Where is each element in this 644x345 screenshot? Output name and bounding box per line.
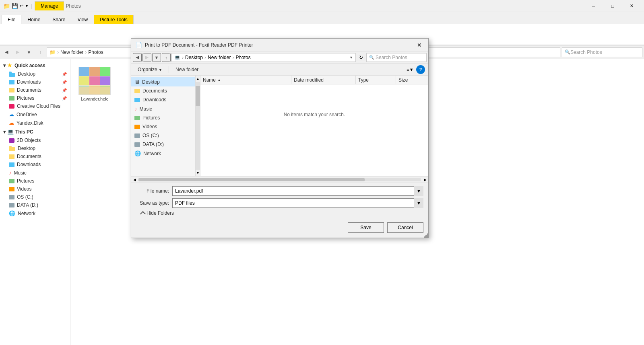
dialog-sidebar-videos-label: Videos bbox=[142, 124, 157, 129]
dialog-os-c-icon bbox=[134, 133, 140, 138]
dialog-sidebar-pictures-label: Pictures bbox=[142, 115, 160, 121]
print-to-pdf-dialog: 📄 Print to PDF Document - Foxit Reader P… bbox=[131, 38, 429, 238]
dialog-network-icon: 🌐 bbox=[134, 150, 141, 156]
cancel-button[interactable]: Cancel bbox=[387, 222, 423, 233]
col-header-date[interactable]: Date modified bbox=[291, 76, 356, 84]
save-type-input-container: PDF files ▼ bbox=[172, 198, 423, 208]
dialog-videos-icon bbox=[134, 125, 140, 129]
dialog-search-placeholder: Search Photos bbox=[376, 55, 407, 60]
dialog-footer-buttons: Save Cancel bbox=[136, 222, 423, 234]
dialog-app-icon: 📄 bbox=[135, 42, 142, 48]
col-name-sort-icon: ▲ bbox=[217, 78, 221, 82]
dialog-documents-icon bbox=[134, 89, 140, 93]
resize-handle[interactable] bbox=[423, 233, 428, 238]
organize-dropdown-icon: ▼ bbox=[159, 68, 162, 72]
dialog-sidebar-desktop[interactable]: 🖥 Desktop bbox=[131, 77, 195, 86]
file-name-input-container: ▼ bbox=[172, 186, 423, 196]
dialog-sidebar-os-c-label: OS (C:) bbox=[142, 133, 159, 138]
chevron-up-icon bbox=[140, 211, 146, 216]
file-name-dropdown-btn[interactable]: ▼ bbox=[414, 186, 423, 196]
col-size-label: Size bbox=[398, 77, 408, 83]
organize-label: Organize bbox=[138, 67, 157, 72]
hide-folders-row[interactable]: Hide Folders bbox=[136, 208, 423, 218]
dialog-sep2: › bbox=[204, 55, 206, 60]
dialog-sidebar-desktop-label: Desktop bbox=[142, 79, 160, 85]
dialog-sidebar-music[interactable]: ♪ Music bbox=[131, 104, 195, 113]
dialog-breadcrumb-desktop[interactable]: Desktop bbox=[185, 55, 203, 60]
dialog-sidebar-network-label: Network bbox=[143, 151, 161, 156]
sidebar-scroll-down[interactable]: ▼ bbox=[196, 170, 200, 176]
save-type-dropdown-btn[interactable]: ▼ bbox=[414, 198, 423, 208]
sidebar-scroll-thumb bbox=[196, 86, 200, 106]
hscroll-track bbox=[138, 178, 421, 181]
dialog-music-icon: ♪ bbox=[134, 106, 137, 112]
no-items-message: No items match your search. bbox=[200, 84, 428, 145]
dialog-breadcrumb-photos[interactable]: Photos bbox=[235, 55, 250, 60]
dialog-close-button[interactable]: ✕ bbox=[415, 41, 424, 49]
hide-folders-label: Hide Folders bbox=[147, 210, 174, 216]
dialog-sidebar-scrollbar[interactable]: ▲ ▼ bbox=[196, 76, 200, 176]
dialog-footer: File name: ▼ Save as type: PDF files ▼ H… bbox=[131, 183, 428, 238]
dialog-sidebar-downloads-label: Downloads bbox=[142, 97, 166, 103]
col-date-label: Date modified bbox=[294, 77, 324, 83]
save-as-type-label: Save as type: bbox=[136, 200, 172, 206]
dialog-sidebar-documents-label: Documents bbox=[142, 88, 167, 94]
dialog-toolbar-right: ≡▼ ? bbox=[406, 65, 425, 74]
col-header-name[interactable]: Name ▲ bbox=[200, 76, 291, 84]
dialog-title-bar: 📄 Print to PDF Document - Foxit Reader P… bbox=[131, 39, 428, 51]
dialog-back-button[interactable]: ◀ bbox=[133, 53, 142, 62]
dialog-breadcrumb-new-folder[interactable]: New folder bbox=[208, 55, 231, 60]
toolbar-separator bbox=[169, 66, 169, 73]
help-button[interactable]: ? bbox=[416, 65, 425, 74]
hscroll-thumb bbox=[138, 178, 365, 181]
dialog-search-icon: 🔍 bbox=[369, 55, 374, 60]
dialog-pictures-icon bbox=[134, 116, 140, 120]
dialog-recent-button[interactable]: ▼ bbox=[152, 53, 161, 62]
file-name-label: File name: bbox=[136, 188, 172, 194]
dialog-pc-icon: 💻 bbox=[174, 55, 180, 60]
hscroll-right-btn[interactable]: ▶ bbox=[422, 177, 428, 183]
dialog-sidebar-os-c[interactable]: OS (C:) bbox=[131, 131, 195, 140]
sidebar-scroll-track bbox=[196, 82, 200, 170]
dialog-horizontal-scrollbar: ◀ ▶ bbox=[131, 176, 428, 183]
dialog-title-text: Print to PDF Document - Foxit Reader PDF… bbox=[145, 42, 411, 48]
save-button[interactable]: Save bbox=[348, 222, 384, 233]
organize-button[interactable]: Organize ▼ bbox=[134, 66, 165, 73]
dialog-address-bar[interactable]: 💻 › Desktop › New folder › Photos ▼ bbox=[171, 53, 356, 62]
save-type-display: PDF files bbox=[172, 198, 414, 208]
dialog-sidebar-network[interactable]: 🌐 Network bbox=[131, 149, 195, 158]
dialog-overlay: 📄 Print to PDF Document - Foxit Reader P… bbox=[0, 0, 644, 345]
dialog-address-dropdown[interactable]: ▼ bbox=[349, 55, 353, 60]
dialog-sidebar: 🖥 Desktop Documents Downloads ♪ Music bbox=[131, 76, 196, 176]
dialog-sep1: › bbox=[182, 55, 184, 60]
dialog-up-button[interactable]: ↑ bbox=[162, 53, 171, 62]
dialog-sidebar-pictures[interactable]: Pictures bbox=[131, 113, 195, 122]
hscroll-left-btn[interactable]: ◀ bbox=[131, 177, 138, 183]
dialog-sidebar-data-d-label: DATA (D:) bbox=[142, 142, 164, 147]
dialog-sidebar-data-d[interactable]: DATA (D:) bbox=[131, 140, 195, 149]
dialog-sidebar-documents[interactable]: Documents bbox=[131, 86, 195, 95]
new-folder-button[interactable]: New folder bbox=[172, 66, 202, 73]
col-type-label: Type bbox=[358, 77, 369, 83]
sidebar-scroll-up[interactable]: ▲ bbox=[196, 76, 200, 82]
dialog-column-headers: Name ▲ Date modified Type Size bbox=[200, 76, 428, 84]
dialog-sep3: › bbox=[232, 55, 234, 60]
dialog-data-d-icon bbox=[134, 142, 140, 147]
dialog-sidebar-downloads[interactable]: Downloads bbox=[131, 95, 195, 104]
file-name-input[interactable] bbox=[172, 186, 414, 196]
col-header-size[interactable]: Size bbox=[396, 76, 428, 84]
dialog-nav-bar: ◀ ▶ ▼ ↑ 💻 › Desktop › New folder › Photo… bbox=[131, 51, 428, 64]
dialog-desktop-icon: 🖥 bbox=[134, 79, 140, 85]
col-header-type[interactable]: Type bbox=[356, 76, 396, 84]
dialog-forward-button[interactable]: ▶ bbox=[142, 53, 151, 62]
view-toggle-btn[interactable]: ≡▼ bbox=[406, 65, 415, 74]
dialog-refresh-button[interactable]: ↻ bbox=[357, 53, 365, 62]
dialog-search-bar[interactable]: 🔍 Search Photos bbox=[366, 53, 427, 62]
dialog-downloads-icon bbox=[134, 98, 140, 102]
col-name-label: Name bbox=[203, 77, 216, 83]
dialog-toolbar: Organize ▼ New folder ≡▼ ? bbox=[131, 64, 428, 76]
dialog-file-list: Name ▲ Date modified Type Size No items … bbox=[200, 76, 428, 176]
dialog-content: 🖥 Desktop Documents Downloads ♪ Music bbox=[131, 76, 428, 176]
save-type-row: Save as type: PDF files ▼ bbox=[136, 198, 423, 208]
dialog-sidebar-videos[interactable]: Videos bbox=[131, 122, 195, 131]
